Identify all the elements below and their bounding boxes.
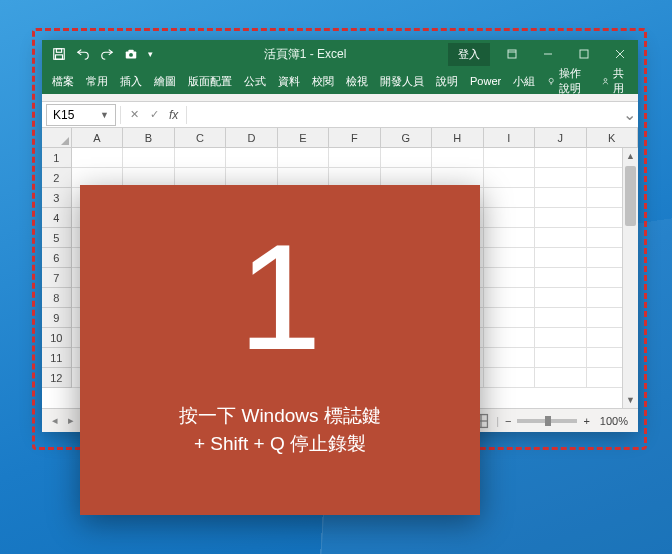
save-icon[interactable] [48, 43, 70, 65]
cell[interactable] [484, 168, 535, 188]
cancel-formula-icon[interactable]: ✕ [125, 106, 143, 124]
enter-formula-icon[interactable]: ✓ [145, 106, 163, 124]
row-header[interactable]: 3 [42, 188, 72, 208]
cell[interactable] [484, 368, 535, 388]
cell[interactable] [329, 148, 380, 168]
vertical-scrollbar[interactable]: ▲ ▼ [622, 148, 638, 408]
cell[interactable] [535, 188, 586, 208]
cell[interactable] [484, 188, 535, 208]
cell[interactable] [535, 248, 586, 268]
cell[interactable] [123, 148, 174, 168]
col-header[interactable]: I [484, 128, 535, 148]
row-header[interactable]: 9 [42, 308, 72, 328]
cell[interactable] [484, 208, 535, 228]
qat-dropdown-icon[interactable]: ▾ [144, 43, 156, 65]
tab-layout[interactable]: 版面配置 [182, 68, 238, 94]
name-box-dropdown-icon[interactable]: ▼ [100, 110, 109, 120]
row-header[interactable]: 4 [42, 208, 72, 228]
cell[interactable] [535, 348, 586, 368]
col-header[interactable]: A [72, 128, 123, 148]
share-button[interactable]: 共用 [595, 66, 634, 96]
sheet-nav-prev-icon[interactable]: ◂ [48, 414, 62, 427]
zoom-slider[interactable] [517, 419, 577, 423]
row-header[interactable]: 12 [42, 368, 72, 388]
tab-home[interactable]: 常用 [80, 68, 114, 94]
cell[interactable] [432, 148, 483, 168]
cell[interactable] [381, 148, 432, 168]
col-header[interactable]: K [587, 128, 638, 148]
cell[interactable] [484, 328, 535, 348]
tab-view[interactable]: 檢視 [340, 68, 374, 94]
cell[interactable] [484, 288, 535, 308]
cell[interactable] [535, 368, 586, 388]
cell[interactable] [535, 288, 586, 308]
cell[interactable] [535, 228, 586, 248]
col-header[interactable]: H [432, 128, 483, 148]
cell[interactable] [175, 148, 226, 168]
row-header[interactable]: 8 [42, 288, 72, 308]
cell[interactable] [484, 228, 535, 248]
row-header[interactable]: 2 [42, 168, 72, 188]
col-header[interactable]: C [175, 128, 226, 148]
zoom-in-button[interactable]: + [583, 415, 589, 427]
tab-power[interactable]: Power [464, 68, 507, 94]
cell[interactable] [535, 148, 586, 168]
cell[interactable] [535, 308, 586, 328]
scroll-down-icon[interactable]: ▼ [623, 392, 638, 408]
name-box[interactable]: K15 ▼ [46, 104, 116, 126]
scroll-thumb[interactable] [625, 166, 636, 226]
tab-developer[interactable]: 開發人員 [374, 68, 430, 94]
cell[interactable] [484, 308, 535, 328]
select-all-corner[interactable] [42, 128, 72, 148]
cell[interactable] [226, 148, 277, 168]
signin-button[interactable]: 登入 [448, 43, 490, 66]
undo-icon[interactable] [72, 43, 94, 65]
tell-me-button[interactable]: 操作說明 [541, 66, 593, 96]
col-header[interactable]: E [278, 128, 329, 148]
cell[interactable] [484, 348, 535, 368]
tab-file[interactable]: 檔案 [46, 68, 80, 94]
cell[interactable] [484, 248, 535, 268]
col-header[interactable]: G [381, 128, 432, 148]
tab-insert[interactable]: 插入 [114, 68, 148, 94]
tab-team[interactable]: 小組 [507, 68, 541, 94]
cell[interactable] [72, 148, 123, 168]
col-header[interactable]: F [329, 128, 380, 148]
cell[interactable] [484, 268, 535, 288]
cell[interactable] [535, 268, 586, 288]
tab-data[interactable]: 資料 [272, 68, 306, 94]
cell[interactable] [535, 168, 586, 188]
redo-icon[interactable] [96, 43, 118, 65]
ribbon-display-icon[interactable] [494, 40, 530, 68]
zoom-value[interactable]: 100% [596, 415, 632, 427]
row-header[interactable]: 6 [42, 248, 72, 268]
fx-label[interactable]: fx [165, 108, 182, 122]
sheet-nav-next-icon[interactable]: ▸ [64, 414, 78, 427]
col-header[interactable]: J [535, 128, 586, 148]
tab-formulas[interactable]: 公式 [238, 68, 272, 94]
scroll-up-icon[interactable]: ▲ [623, 148, 638, 164]
svg-rect-9 [580, 50, 588, 58]
row-header[interactable]: 5 [42, 228, 72, 248]
cell[interactable] [278, 148, 329, 168]
cell[interactable] [535, 208, 586, 228]
col-header[interactable]: B [123, 128, 174, 148]
tab-help[interactable]: 說明 [430, 68, 464, 94]
row-header[interactable]: 7 [42, 268, 72, 288]
close-icon[interactable] [602, 40, 638, 68]
cell[interactable] [535, 328, 586, 348]
tab-review[interactable]: 校閱 [306, 68, 340, 94]
row-header[interactable]: 1 [42, 148, 72, 168]
expand-formula-bar-icon[interactable]: ⌄ [620, 105, 638, 124]
minimize-icon[interactable] [530, 40, 566, 68]
zoom-out-button[interactable]: − [505, 415, 511, 427]
camera-icon[interactable] [120, 43, 142, 65]
col-header[interactable]: D [226, 128, 277, 148]
formula-input[interactable] [187, 104, 620, 126]
tab-draw[interactable]: 繪圖 [148, 68, 182, 94]
row-header[interactable]: 11 [42, 348, 72, 368]
share-icon [601, 75, 610, 88]
cell[interactable] [484, 148, 535, 168]
maximize-icon[interactable] [566, 40, 602, 68]
row-header[interactable]: 10 [42, 328, 72, 348]
